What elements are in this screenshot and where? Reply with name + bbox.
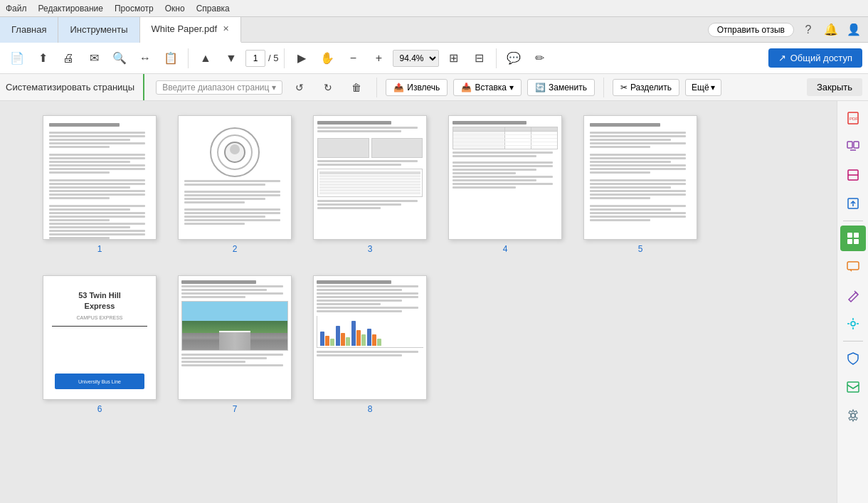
page-separator: / 5 xyxy=(268,53,278,63)
page-thumb-6[interactable]: 53 Twin HillExpress CAMPUS EXPRESS Unive… xyxy=(43,275,157,414)
zoom-select[interactable]: 94.4% 50% 75% 100% 125% 150% xyxy=(393,50,439,67)
select-icon[interactable]: ▶ xyxy=(290,47,313,70)
share-button[interactable]: ↗ Общий доступ xyxy=(768,48,862,68)
share-label: Общий доступ xyxy=(790,53,852,63)
page-num-2: 2 xyxy=(233,244,238,254)
profile-icon[interactable]: 👤 xyxy=(845,21,862,38)
page-num-6: 6 xyxy=(97,404,102,414)
upload-icon[interactable]: ⬆ xyxy=(31,47,54,70)
menu-help[interactable]: Справка xyxy=(196,4,230,14)
share-icon: ↗ xyxy=(778,53,786,63)
tools-sidebar-icon[interactable] xyxy=(840,311,866,337)
print-icon[interactable]: 🖨 xyxy=(57,47,80,70)
edit-sidebar-icon[interactable] xyxy=(840,282,866,308)
thumb-frame-7 xyxy=(178,275,292,400)
right-sidebar: PDF xyxy=(837,101,868,503)
layout-icon[interactable]: ⊟ xyxy=(467,47,490,70)
page-icon[interactable]: 📋 xyxy=(159,47,182,70)
separator3 xyxy=(496,48,497,68)
close-button[interactable]: Закрыть xyxy=(807,78,862,96)
next-page-icon[interactable]: ▼ xyxy=(220,47,243,70)
zoom-out-icon[interactable]: − xyxy=(342,47,364,70)
page6-blue-bar: University Bus Line xyxy=(55,374,144,389)
tab-bar: Главная Инструменты White Paper.pdf ✕ От… xyxy=(0,17,868,43)
svg-rect-3 xyxy=(854,142,859,148)
page6-subtitle: CAMPUS EXPRESS xyxy=(43,315,156,320)
zoom-in-icon[interactable]: + xyxy=(367,47,390,70)
export-sidebar-icon[interactable] xyxy=(840,191,866,216)
menu-file[interactable]: Файл xyxy=(6,4,27,14)
more-label: Ещё xyxy=(692,83,709,92)
more-arrow-icon: ▾ xyxy=(711,83,715,92)
page-thumb-4[interactable]: 4 xyxy=(448,115,562,254)
menu-bar: Файл Редактирование Просмотр Окно Справк… xyxy=(0,0,868,17)
page-num-5: 5 xyxy=(638,244,643,254)
hand-icon[interactable]: ✋ xyxy=(316,47,339,70)
page-thumb-8[interactable]: 8 xyxy=(313,275,427,414)
cursor-icon[interactable]: ↔ xyxy=(134,47,157,70)
organize-sidebar-icon[interactable] xyxy=(840,226,866,251)
page-num-1: 1 xyxy=(97,244,102,254)
tab-file-label: White Paper.pdf xyxy=(152,23,218,34)
more-button[interactable]: Ещё ▾ xyxy=(685,79,721,96)
compress-sidebar-icon[interactable] xyxy=(840,162,866,188)
thumb-frame-4 xyxy=(448,115,562,240)
search-icon[interactable]: 🔍 xyxy=(108,47,131,70)
extract-button[interactable]: 📤 Извлечь xyxy=(386,79,448,96)
menu-view[interactable]: Просмотр xyxy=(115,4,154,14)
split-icon: ✂ xyxy=(620,83,628,92)
page-thumb-2[interactable]: 2 xyxy=(178,115,292,254)
new-doc-icon[interactable]: 📄 xyxy=(6,47,28,70)
page-range-input[interactable]: Введите диапазон страниц ▾ xyxy=(156,80,282,95)
tab-file[interactable]: White Paper.pdf ✕ xyxy=(140,17,242,43)
email-icon[interactable]: ✉ xyxy=(83,47,105,70)
replace-button[interactable]: 🔄 Заменить xyxy=(527,79,595,96)
pdf-sidebar-icon[interactable]: PDF xyxy=(840,105,866,131)
svg-rect-2 xyxy=(847,142,852,148)
separator1 xyxy=(188,48,189,68)
insert-button[interactable]: 📥 Вставка ▾ xyxy=(453,79,522,96)
help-icon[interactable]: ? xyxy=(800,21,817,38)
tab-home[interactable]: Главная xyxy=(0,17,58,43)
feedback-button[interactable]: Отправить отзыв xyxy=(708,23,794,37)
menu-window[interactable]: Окно xyxy=(165,4,185,14)
share-sidebar-icon[interactable] xyxy=(840,374,866,400)
page-num-8: 8 xyxy=(368,404,373,414)
organize-title: Систематизировать страницы xyxy=(6,74,144,100)
page6-title: 53 Twin HillExpress xyxy=(43,276,156,315)
tab-home-label: Главная xyxy=(11,24,46,35)
prev-page-icon[interactable]: ▲ xyxy=(194,47,217,70)
tab-close-icon[interactable]: ✕ xyxy=(223,24,229,33)
dropdown-arrow-icon: ▾ xyxy=(272,83,276,92)
page-input[interactable] xyxy=(245,50,265,67)
page-thumb-7[interactable]: 7 xyxy=(178,275,292,414)
svg-text:PDF: PDF xyxy=(850,117,858,121)
split-button[interactable]: ✂ Разделить xyxy=(613,79,679,96)
redo-icon[interactable]: ↻ xyxy=(317,76,339,99)
page-num-4: 4 xyxy=(503,244,508,254)
settings-sidebar-icon[interactable] xyxy=(840,403,866,428)
menu-edit[interactable]: Редактирование xyxy=(38,4,103,14)
page-thumb-5[interactable]: 5 xyxy=(583,115,697,254)
insert-icon: 📥 xyxy=(461,83,472,92)
thumb-frame-8 xyxy=(313,275,427,400)
tab-tools-label: Инструменты xyxy=(70,24,127,35)
pen-tool-icon[interactable]: ✏ xyxy=(528,47,551,70)
pages-grid: 1 xyxy=(43,115,794,414)
page-thumb-1[interactable]: 1 xyxy=(43,115,157,254)
delete-icon[interactable]: 🗑 xyxy=(345,76,368,99)
protect-sidebar-icon[interactable] xyxy=(840,346,866,371)
comment-sidebar-icon[interactable] xyxy=(840,254,866,280)
page-area[interactable]: 1 xyxy=(0,101,837,503)
combine-sidebar-icon[interactable] xyxy=(840,134,866,159)
comment-tool-icon[interactable]: 💬 xyxy=(502,47,525,70)
thumb-frame-2 xyxy=(178,115,292,240)
notifications-icon[interactable]: 🔔 xyxy=(822,21,840,38)
insert-arrow-icon: ▾ xyxy=(509,83,514,92)
fit-page-icon[interactable]: ⊞ xyxy=(442,47,465,70)
page-thumb-3[interactable]: 3 xyxy=(313,115,427,254)
thumb-frame-1 xyxy=(43,115,157,240)
extract-icon: 📤 xyxy=(393,83,404,92)
tab-tools[interactable]: Инструменты xyxy=(58,17,139,43)
undo-icon[interactable]: ↺ xyxy=(288,76,311,99)
